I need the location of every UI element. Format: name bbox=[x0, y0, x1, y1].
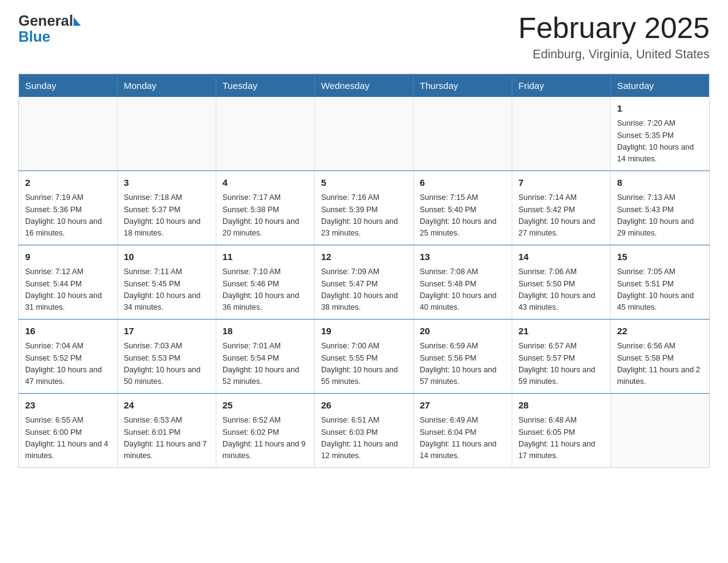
title-block: February 2025 Edinburg, Virginia, United… bbox=[518, 12, 710, 61]
calendar-day-cell: 12Sunrise: 7:09 AM Sunset: 5:47 PM Dayli… bbox=[315, 245, 414, 319]
calendar-day-header: Thursday bbox=[414, 74, 512, 97]
day-info: Sunrise: 7:00 AM Sunset: 5:55 PM Dayligh… bbox=[321, 340, 407, 388]
day-info: Sunrise: 7:05 AM Sunset: 5:51 PM Dayligh… bbox=[617, 266, 703, 314]
calendar-day-header: Monday bbox=[118, 74, 216, 97]
day-number: 23 bbox=[25, 399, 111, 413]
day-info: Sunrise: 7:17 AM Sunset: 5:38 PM Dayligh… bbox=[222, 192, 308, 240]
calendar-day-header: Sunday bbox=[19, 74, 118, 97]
day-number: 24 bbox=[124, 399, 210, 413]
day-info: Sunrise: 7:19 AM Sunset: 5:36 PM Dayligh… bbox=[25, 192, 111, 240]
calendar-week-row: 9Sunrise: 7:12 AM Sunset: 5:44 PM Daylig… bbox=[19, 245, 710, 319]
day-info: Sunrise: 7:14 AM Sunset: 5:42 PM Dayligh… bbox=[518, 192, 604, 240]
day-info: Sunrise: 6:48 AM Sunset: 6:05 PM Dayligh… bbox=[518, 415, 604, 462]
day-info: Sunrise: 6:57 AM Sunset: 5:57 PM Dayligh… bbox=[518, 340, 604, 388]
day-number: 9 bbox=[25, 250, 111, 264]
day-info: Sunrise: 6:52 AM Sunset: 6:02 PM Dayligh… bbox=[222, 415, 308, 462]
calendar-day-cell: 8Sunrise: 7:13 AM Sunset: 5:43 PM Daylig… bbox=[611, 170, 710, 245]
calendar-header-row: SundayMondayTuesdayWednesdayThursdayFrid… bbox=[19, 74, 710, 97]
logo-general-text: General bbox=[18, 12, 73, 29]
calendar-day-cell: 28Sunrise: 6:48 AM Sunset: 6:05 PM Dayli… bbox=[512, 393, 611, 467]
day-number: 7 bbox=[518, 176, 604, 190]
calendar-day-cell: 19Sunrise: 7:00 AM Sunset: 5:55 PM Dayli… bbox=[315, 319, 414, 393]
day-info: Sunrise: 7:06 AM Sunset: 5:50 PM Dayligh… bbox=[518, 266, 604, 314]
calendar-day-cell: 21Sunrise: 6:57 AM Sunset: 5:57 PM Dayli… bbox=[512, 319, 611, 393]
day-info: Sunrise: 6:53 AM Sunset: 6:01 PM Dayligh… bbox=[124, 415, 210, 462]
calendar-day-header: Saturday bbox=[611, 74, 710, 97]
day-number: 6 bbox=[420, 176, 506, 190]
day-number: 21 bbox=[518, 324, 604, 339]
day-number: 10 bbox=[124, 250, 210, 264]
day-info: Sunrise: 7:18 AM Sunset: 5:37 PM Dayligh… bbox=[124, 192, 210, 240]
calendar-day-cell bbox=[512, 97, 611, 171]
day-info: Sunrise: 7:12 AM Sunset: 5:44 PM Dayligh… bbox=[25, 266, 111, 314]
day-info: Sunrise: 7:01 AM Sunset: 5:54 PM Dayligh… bbox=[222, 340, 308, 388]
day-info: Sunrise: 7:20 AM Sunset: 5:35 PM Dayligh… bbox=[617, 118, 703, 166]
calendar-day-cell: 17Sunrise: 7:03 AM Sunset: 5:53 PM Dayli… bbox=[118, 319, 216, 393]
calendar-day-cell: 10Sunrise: 7:11 AM Sunset: 5:45 PM Dayli… bbox=[118, 245, 216, 319]
day-number: 1 bbox=[617, 102, 703, 116]
calendar-week-row: 2Sunrise: 7:19 AM Sunset: 5:36 PM Daylig… bbox=[19, 170, 710, 245]
calendar-day-cell: 4Sunrise: 7:17 AM Sunset: 5:38 PM Daylig… bbox=[216, 170, 315, 245]
calendar-day-cell: 20Sunrise: 6:59 AM Sunset: 5:56 PM Dayli… bbox=[414, 319, 512, 393]
day-info: Sunrise: 6:51 AM Sunset: 6:03 PM Dayligh… bbox=[321, 415, 407, 462]
day-info: Sunrise: 7:13 AM Sunset: 5:43 PM Dayligh… bbox=[617, 192, 703, 240]
calendar-day-cell: 13Sunrise: 7:08 AM Sunset: 5:48 PM Dayli… bbox=[414, 245, 512, 319]
calendar-week-row: 16Sunrise: 7:04 AM Sunset: 5:52 PM Dayli… bbox=[19, 319, 710, 393]
day-info: Sunrise: 7:11 AM Sunset: 5:45 PM Dayligh… bbox=[124, 266, 210, 314]
day-number: 17 bbox=[124, 324, 210, 339]
day-number: 12 bbox=[321, 250, 407, 264]
page-header: General Blue February 2025 Edinburg, Vir… bbox=[18, 12, 710, 61]
calendar-day-cell: 2Sunrise: 7:19 AM Sunset: 5:36 PM Daylig… bbox=[19, 170, 118, 245]
logo-blue-text: Blue bbox=[18, 28, 50, 45]
day-number: 4 bbox=[222, 176, 308, 190]
day-info: Sunrise: 7:09 AM Sunset: 5:47 PM Dayligh… bbox=[321, 266, 407, 314]
day-number: 25 bbox=[222, 399, 308, 413]
day-number: 15 bbox=[617, 250, 703, 264]
day-info: Sunrise: 7:15 AM Sunset: 5:40 PM Dayligh… bbox=[420, 192, 506, 240]
calendar-day-cell: 16Sunrise: 7:04 AM Sunset: 5:52 PM Dayli… bbox=[19, 319, 118, 393]
calendar-day-cell: 7Sunrise: 7:14 AM Sunset: 5:42 PM Daylig… bbox=[512, 170, 611, 245]
day-number: 3 bbox=[124, 176, 210, 190]
calendar-day-cell bbox=[216, 97, 315, 171]
logo: General Blue bbox=[18, 12, 81, 45]
day-info: Sunrise: 7:10 AM Sunset: 5:46 PM Dayligh… bbox=[222, 266, 308, 314]
calendar-day-cell: 5Sunrise: 7:16 AM Sunset: 5:39 PM Daylig… bbox=[315, 170, 414, 245]
day-number: 26 bbox=[321, 399, 407, 413]
logo-arrow-icon bbox=[74, 17, 81, 26]
day-info: Sunrise: 6:56 AM Sunset: 5:58 PM Dayligh… bbox=[617, 340, 703, 388]
day-info: Sunrise: 6:55 AM Sunset: 6:00 PM Dayligh… bbox=[25, 415, 111, 462]
day-number: 16 bbox=[25, 324, 111, 339]
day-info: Sunrise: 7:16 AM Sunset: 5:39 PM Dayligh… bbox=[321, 192, 407, 240]
day-number: 8 bbox=[617, 176, 703, 190]
calendar-day-cell bbox=[19, 97, 118, 171]
calendar-day-cell: 18Sunrise: 7:01 AM Sunset: 5:54 PM Dayli… bbox=[216, 319, 315, 393]
day-number: 5 bbox=[321, 176, 407, 190]
calendar-day-cell bbox=[315, 97, 414, 171]
calendar-day-cell: 11Sunrise: 7:10 AM Sunset: 5:46 PM Dayli… bbox=[216, 245, 315, 319]
calendar-day-cell: 9Sunrise: 7:12 AM Sunset: 5:44 PM Daylig… bbox=[19, 245, 118, 319]
day-number: 11 bbox=[222, 250, 308, 264]
month-title: February 2025 bbox=[518, 12, 710, 45]
day-number: 27 bbox=[420, 399, 506, 413]
day-number: 14 bbox=[518, 250, 604, 264]
calendar-day-cell: 26Sunrise: 6:51 AM Sunset: 6:03 PM Dayli… bbox=[315, 393, 414, 467]
calendar-day-cell: 3Sunrise: 7:18 AM Sunset: 5:37 PM Daylig… bbox=[118, 170, 216, 245]
calendar-table: SundayMondayTuesdayWednesdayThursdayFrid… bbox=[18, 74, 710, 468]
calendar-day-header: Friday bbox=[512, 74, 611, 97]
location-text: Edinburg, Virginia, United States bbox=[518, 47, 710, 61]
calendar-day-cell: 25Sunrise: 6:52 AM Sunset: 6:02 PM Dayli… bbox=[216, 393, 315, 467]
calendar-day-cell: 23Sunrise: 6:55 AM Sunset: 6:00 PM Dayli… bbox=[19, 393, 118, 467]
day-number: 20 bbox=[420, 324, 506, 339]
calendar-day-header: Wednesday bbox=[315, 74, 414, 97]
day-number: 19 bbox=[321, 324, 407, 339]
calendar-week-row: 23Sunrise: 6:55 AM Sunset: 6:00 PM Dayli… bbox=[19, 393, 710, 467]
day-number: 2 bbox=[25, 176, 111, 190]
day-info: Sunrise: 6:49 AM Sunset: 6:04 PM Dayligh… bbox=[420, 415, 506, 462]
calendar-day-cell: 24Sunrise: 6:53 AM Sunset: 6:01 PM Dayli… bbox=[118, 393, 216, 467]
calendar-day-cell: 27Sunrise: 6:49 AM Sunset: 6:04 PM Dayli… bbox=[414, 393, 512, 467]
calendar-day-cell: 6Sunrise: 7:15 AM Sunset: 5:40 PM Daylig… bbox=[414, 170, 512, 245]
day-number: 18 bbox=[222, 324, 308, 339]
calendar-day-cell bbox=[611, 393, 710, 467]
calendar-day-header: Tuesday bbox=[216, 74, 315, 97]
calendar-day-cell: 22Sunrise: 6:56 AM Sunset: 5:58 PM Dayli… bbox=[611, 319, 710, 393]
